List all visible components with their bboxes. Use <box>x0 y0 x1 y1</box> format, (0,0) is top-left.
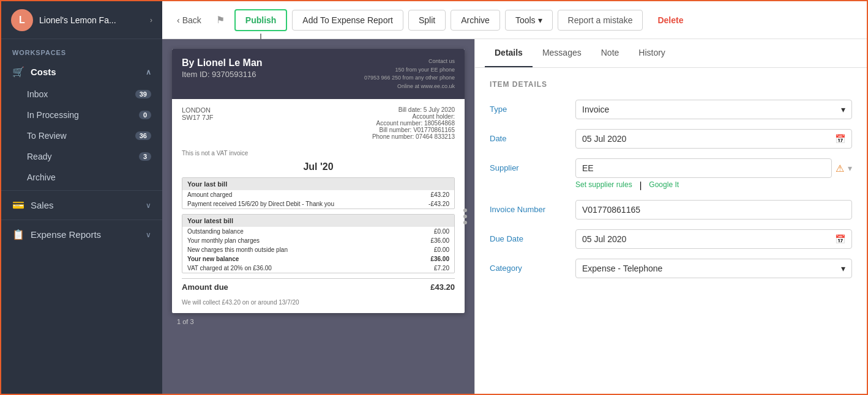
back-button[interactable]: ‹ Back <box>172 10 206 30</box>
inbox-label: Inbox <box>27 89 48 99</box>
last-bill-title: Your last bill <box>182 178 454 190</box>
scroll-dot-1 <box>463 209 467 212</box>
supplier-control: EE ⚠ ▾ Set supplier rules | Google It <box>575 158 852 190</box>
right-panel: Details Messages Note History ITEM DETAI… <box>474 39 867 394</box>
doc-contact-text: Contact us <box>364 57 455 66</box>
document-address: LONDON SW17 7JF <box>182 106 213 140</box>
not-vat-notice: This is not a VAT invoice <box>182 150 455 157</box>
last-bill-section: Your last bill Amount charged £43.20 Pay… <box>182 177 455 209</box>
address-line2: SW17 7JF <box>182 114 213 121</box>
vat-row: VAT charged at 20% on £36.00 £7.20 <box>182 264 454 273</box>
add-to-expense-button[interactable]: Add To Expense Report <box>292 10 403 31</box>
supplier-input[interactable]: EE <box>575 158 832 178</box>
costs-chevron-icon: ∧ <box>146 68 151 76</box>
latest-bill-title: Your latest bill <box>182 215 454 227</box>
document-by-line: By Lionel Le Man <box>182 57 263 68</box>
monthly-plan-value: £36.00 <box>430 237 449 244</box>
amount-due-label: Amount due <box>182 282 228 292</box>
sidebar-header[interactable]: L Lionel's Lemon Fa... › <box>1 1 162 39</box>
outstanding-value: £0.00 <box>434 228 449 235</box>
sales-chevron-icon: ∨ <box>146 201 151 210</box>
latest-bill-section: Your latest bill Outstanding balance £0.… <box>182 214 455 273</box>
supplier-links-divider: | <box>640 180 642 190</box>
document-bill-info: Bill date: 5 July 2020 Account holder: A… <box>372 106 455 140</box>
tab-details[interactable]: Details <box>485 39 533 67</box>
bill-number: Bill number: V01770861165 <box>372 127 455 133</box>
sidebar-item-expense-reports[interactable]: 📋 Expense Reports ∨ <box>1 223 162 246</box>
phone-number: Phone number: 07464 833213 <box>372 133 455 140</box>
sidebar-item-inbox[interactable]: Inbox 39 <box>1 84 162 105</box>
type-control: Invoice ▾ <box>575 100 852 119</box>
company-name: Lionel's Lemon Fa... <box>39 15 148 25</box>
document-card: By Lionel Le Man Item ID: 9370593116 Con… <box>172 49 465 313</box>
type-field-row: Type Invoice ▾ <box>490 100 852 119</box>
archive-label: Archive <box>27 172 56 182</box>
sidebar: L Lionel's Lemon Fa... › WORKSPACES 🛒 Co… <box>1 1 162 394</box>
vat-label: VAT charged at 20% on £36.00 <box>187 265 272 271</box>
panel-tabs: Details Messages Note History <box>475 39 867 68</box>
body-area: By Lionel Le Man Item ID: 9370593116 Con… <box>162 39 867 394</box>
last-bill-value-2: -£43.20 <box>428 201 449 207</box>
google-it-link[interactable]: Google It <box>649 180 679 190</box>
category-label: Category <box>490 259 575 273</box>
latest-bill-row-1: Outstanding balance £0.00 <box>182 227 454 236</box>
category-field-row: Category Expense - Telephone ▾ <box>490 259 852 278</box>
invoice-number-input[interactable]: V01770861165 <box>575 200 852 220</box>
supplier-links: Set supplier rules | Google It <box>575 180 852 190</box>
due-date-input[interactable]: 05 Jul 2020 📅 <box>575 229 852 249</box>
sidebar-item-costs[interactable]: 🛒 Costs ∧ <box>1 60 162 84</box>
billing-period: Jul '20 <box>182 161 455 172</box>
tab-messages[interactable]: Messages <box>533 39 591 67</box>
in-processing-label: In Processing <box>27 110 79 120</box>
type-select[interactable]: Invoice ▾ <box>575 100 852 119</box>
publish-button[interactable]: Publish <box>234 9 288 31</box>
tab-history[interactable]: History <box>629 39 675 67</box>
scroll-indicators <box>463 209 467 224</box>
date-input[interactable]: 05 Jul 2020 📅 <box>575 129 852 149</box>
new-balance-label: Your new balance <box>187 256 239 262</box>
due-date-label: Due Date <box>490 229 575 243</box>
tools-button[interactable]: Tools ▾ <box>505 10 553 31</box>
main-content: ‹ Back ⚑ Publish Add To Expense Report S… <box>162 1 867 394</box>
delete-button[interactable]: Delete <box>648 10 693 30</box>
last-bill-row-1: Amount charged £43.20 <box>182 190 454 199</box>
report-mistake-button[interactable]: Report a mistake <box>558 10 643 31</box>
scroll-dot-3 <box>463 221 467 224</box>
page-indicator: 1 of 3 <box>172 318 194 325</box>
sidebar-item-archive[interactable]: Archive <box>1 167 162 188</box>
supplier-field-row: Supplier EE ⚠ ▾ Set supplier rules <box>490 158 852 190</box>
expense-reports-label: Expense Reports <box>31 229 101 240</box>
supplier-field-inner: EE ⚠ ▾ <box>575 158 852 178</box>
tab-note[interactable]: Note <box>591 39 629 67</box>
panel-body: ITEM DETAILS Type Invoice ▾ Dat <box>475 68 867 300</box>
doc-phone2: 07953 966 250 from any other phone <box>364 74 455 83</box>
sidebar-item-to-review[interactable]: To Review 36 <box>1 125 162 146</box>
sidebar-item-ready[interactable]: Ready 3 <box>1 146 162 167</box>
due-date-field-row: Due Date 05 Jul 2020 📅 <box>490 229 852 249</box>
category-control: Expense - Telephone ▾ <box>575 259 852 278</box>
last-bill-row-2: Payment received 15/6/20 by Direct Debit… <box>182 199 454 209</box>
flag-button[interactable]: ⚑ <box>211 12 230 28</box>
scroll-dot-2 <box>463 215 467 218</box>
supplier-chevron-icon: ▾ <box>848 163 852 173</box>
sidebar-item-sales[interactable]: 💳 Sales ∨ <box>1 193 162 217</box>
date-label: Date <box>490 129 575 143</box>
address-line1: LONDON <box>182 106 213 114</box>
category-select[interactable]: Expense - Telephone ▾ <box>575 259 852 278</box>
last-bill-label-1: Amount charged <box>187 191 232 198</box>
due-date-value: 05 Jul 2020 <box>582 234 626 244</box>
costs-label: Costs <box>31 67 56 77</box>
sidebar-item-in-processing[interactable]: In Processing 0 <box>1 105 162 125</box>
archive-button[interactable]: Archive <box>451 10 500 31</box>
inbox-badge: 39 <box>135 90 151 98</box>
bill-date: Bill date: 5 July 2020 <box>372 106 455 113</box>
ready-badge: 3 <box>139 152 151 161</box>
back-label: Back <box>182 15 201 25</box>
sidebar-divider-1 <box>1 190 162 191</box>
set-supplier-rules-link[interactable]: Set supplier rules <box>575 180 632 190</box>
date-control: 05 Jul 2020 📅 <box>575 129 852 149</box>
last-bill-value-1: £43.20 <box>430 191 449 198</box>
expense-reports-icon: 📋 <box>12 229 24 240</box>
account-holder: Account holder: <box>372 113 455 120</box>
split-button[interactable]: Split <box>408 10 446 31</box>
